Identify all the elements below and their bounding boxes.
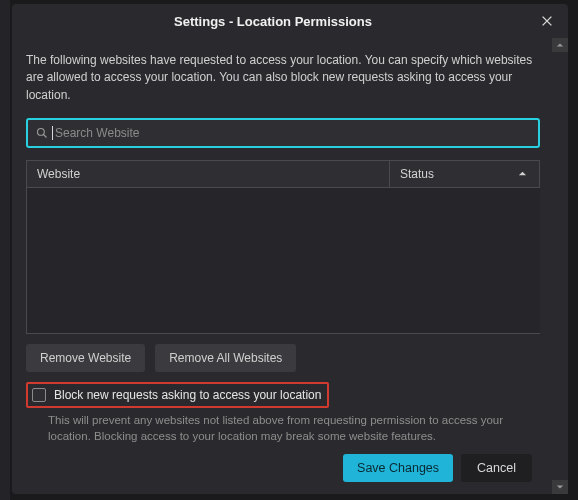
- svg-point-0: [38, 129, 45, 136]
- search-field[interactable]: [26, 118, 540, 148]
- block-new-requests-checkbox[interactable]: [32, 388, 46, 402]
- chevron-up-icon: [518, 169, 527, 178]
- dialog-title: Settings - Location Permissions: [12, 14, 534, 29]
- svg-line-1: [44, 135, 47, 138]
- block-new-requests-row: Block new requests asking to access your…: [26, 382, 329, 408]
- block-helper-text: This will prevent any websites not liste…: [48, 412, 546, 444]
- cancel-button[interactable]: Cancel: [461, 454, 532, 482]
- intro-text: The following websites have requested to…: [26, 52, 540, 104]
- save-changes-button[interactable]: Save Changes: [343, 454, 453, 482]
- remove-website-button[interactable]: Remove Website: [26, 344, 145, 372]
- location-permissions-dialog: Settings - Location Permissions The foll…: [12, 4, 568, 494]
- column-header-status-label: Status: [400, 167, 434, 181]
- remove-all-websites-button[interactable]: Remove All Websites: [155, 344, 296, 372]
- website-table-body: [26, 188, 540, 334]
- close-icon: [540, 14, 554, 28]
- column-header-website[interactable]: Website: [27, 161, 390, 187]
- column-header-status[interactable]: Status: [390, 161, 540, 187]
- chevron-up-icon: [556, 41, 564, 49]
- sort-indicator: [518, 167, 527, 181]
- search-icon: [36, 127, 48, 139]
- close-button[interactable]: [534, 8, 560, 34]
- text-cursor: [52, 126, 53, 140]
- table-header: Website Status: [26, 160, 540, 188]
- vertical-scrollbar[interactable]: [552, 38, 568, 494]
- search-input[interactable]: [55, 126, 530, 140]
- chevron-down-icon: [556, 483, 564, 491]
- dialog-header: Settings - Location Permissions: [12, 4, 568, 38]
- scroll-up-button[interactable]: [552, 38, 568, 52]
- scroll-down-button[interactable]: [552, 480, 568, 494]
- block-new-requests-label[interactable]: Block new requests asking to access your…: [54, 388, 321, 402]
- dialog-footer: Save Changes Cancel: [26, 444, 546, 494]
